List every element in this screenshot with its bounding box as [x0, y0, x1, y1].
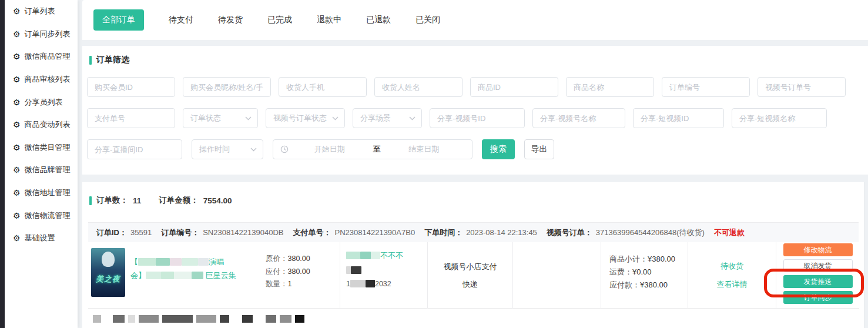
video-order-status-select[interactable]: 视频号订单状态 [266, 108, 345, 128]
freight-value: ¥0.00 [632, 267, 652, 276]
share-video-id-input[interactable] [430, 108, 525, 128]
tab-refunding[interactable]: 退款中 [317, 15, 341, 25]
order-stats: 订单数： 11 订单金额： 7554.00 [89, 195, 232, 206]
sidebar-item-wechat-address-mgmt[interactable]: ⚙微信地址管理 [5, 182, 78, 205]
order-sn-input[interactable] [662, 77, 750, 97]
share-short-id-input[interactable] [633, 108, 724, 128]
share-short-name-input[interactable] [732, 108, 827, 128]
payment-method: 视频号小店支付 [444, 262, 497, 272]
buyer-id-input[interactable] [87, 77, 175, 97]
filter-section-title: 订单筛选 [89, 55, 129, 65]
redacted-block [266, 315, 276, 323]
date-range-picker[interactable]: 开始日期 至 结束日期 [273, 139, 472, 159]
sidebar-item-wechat-category-mgmt[interactable]: ⚙微信类目管理 [5, 136, 78, 159]
receiver-name-input[interactable] [374, 77, 463, 97]
redacted-block [161, 272, 174, 279]
customer-extra [346, 266, 424, 275]
payable-price-label: 应付： [266, 267, 288, 276]
order-amount-label: 订单金额： [159, 195, 199, 206]
spacer [233, 315, 239, 323]
order-time-value: 2023-08-14 22:13:45 [466, 228, 537, 237]
status-cell: 待收货 查看详情 [688, 242, 776, 309]
chevron-down-icon [409, 116, 415, 121]
freight-label: 运费： [609, 267, 632, 276]
sidebar-item-label: 微信物流管理 [25, 210, 71, 221]
sidebar-item-basic-settings[interactable]: ⚙基础设置 [5, 227, 78, 250]
gear-icon: ⚙ [13, 234, 21, 242]
date-start-placeholder[interactable]: 开始日期 [289, 144, 371, 155]
select-placeholder: 分享场景 [360, 113, 391, 123]
redacted-block [346, 266, 351, 274]
sidebar: ⚙订单列表 ⚙订单同步列表 ⚙微信商品管理 ⚙商品审核列表 ⚙分享员列表 ⚙商品… [5, 0, 78, 328]
order-sn-value: SN23081422139040DB [203, 228, 283, 237]
gear-icon: ⚙ [13, 75, 21, 83]
chevron-down-icon [332, 116, 339, 121]
sidebar-item-label: 微信地址管理 [25, 188, 71, 198]
redacted-block [280, 315, 291, 323]
window-left-edge [0, 0, 5, 328]
tab-pending-shipment[interactable]: 待发货 [218, 15, 243, 25]
redacted-block [192, 272, 203, 279]
section-accent-bar [89, 56, 92, 65]
sidebar-item-wechat-product-mgmt[interactable]: ⚙微信商品管理 [5, 45, 78, 68]
sidebar-item-wechat-brand-mgmt[interactable]: ⚙微信品牌管理 [5, 159, 78, 182]
redacted-block [139, 315, 159, 323]
order-id-value: 35591 [130, 228, 152, 237]
redacted-row-strip [93, 314, 304, 323]
buyer-info-input[interactable] [183, 77, 271, 97]
sidebar-item-label: 订单列表 [25, 6, 55, 16]
poster-title-text: 美之夜 [91, 274, 125, 285]
tab-refunded[interactable]: 已退款 [366, 15, 391, 25]
product-id-input[interactable] [470, 77, 558, 97]
sidebar-item-sharer-list[interactable]: ⚙分享员列表 [5, 91, 78, 113]
product-thumbnail: 美之夜 [91, 248, 125, 297]
gear-icon: ⚙ [13, 121, 21, 129]
sidebar-item-label: 商品审核列表 [25, 74, 71, 85]
cancel-shipment-button[interactable]: 取消发货 [783, 259, 853, 272]
video-order-value: 3713639964544206848(待收货) [596, 227, 705, 238]
sidebar-item-order-sync-list[interactable]: ⚙订单同步列表 [5, 23, 78, 46]
view-detail-link[interactable]: 查看详情 [717, 279, 748, 290]
order-sync-button[interactable]: 订单同步 [783, 291, 853, 304]
product-title-link[interactable]: 【演唱 会】 巨星云集 [130, 255, 263, 282]
redacted-block [371, 252, 380, 259]
tab-completed[interactable]: 已完成 [267, 15, 292, 25]
redacted-block [170, 258, 182, 266]
operate-time-select[interactable]: 操作时间 [192, 139, 263, 159]
share-video-name-input[interactable] [532, 108, 625, 128]
customer-name: 不不不 [346, 250, 424, 261]
redacted-block [351, 266, 361, 274]
select-placeholder: 订单状态 [190, 113, 221, 123]
sidebar-item-order-list[interactable]: ⚙订单列表 [5, 0, 78, 23]
sidebar-item-product-change-list[interactable]: ⚙商品变动列表 [5, 113, 78, 136]
search-button[interactable]: 搜索 [482, 139, 515, 159]
date-end-placeholder[interactable]: 结束日期 [383, 144, 465, 155]
orders-card: 订单数： 11 订单金额： 7554.00 订单ID：35591 订单编号：SN… [82, 182, 864, 328]
export-button[interactable]: 导出 [524, 139, 554, 159]
filter-row-1 [87, 77, 846, 97]
phone-fragment: 1 [346, 280, 350, 288]
sidebar-item-product-review-list[interactable]: ⚙商品审核列表 [5, 68, 78, 91]
order-count-label: 订单数： [96, 195, 128, 206]
redacted-block [128, 315, 135, 323]
video-order-no-input[interactable] [758, 77, 846, 97]
receiver-phone-input[interactable] [279, 77, 367, 97]
share-scene-select[interactable]: 分享场景 [353, 108, 422, 128]
tab-closed[interactable]: 已关闭 [415, 15, 440, 25]
pay-no-input[interactable] [87, 108, 175, 128]
pay-no-label: 支付单号： [293, 227, 331, 238]
gear-icon: ⚙ [13, 30, 21, 38]
modify-logistics-button[interactable]: 修改物流 [783, 243, 853, 256]
product-title-line2: 会】 巨星云集 [130, 269, 263, 282]
share-live-id-input[interactable] [87, 139, 182, 159]
tab-all-orders[interactable]: 全部订单 [93, 9, 144, 31]
sidebar-item-wechat-logistics-mgmt[interactable]: ⚙微信物流管理 [5, 204, 78, 227]
order-status-select[interactable]: 订单状态 [183, 108, 258, 128]
tab-pending-payment[interactable]: 待支付 [169, 15, 193, 25]
section-accent-bar [89, 196, 92, 205]
order-status-text: 待收货 [720, 261, 743, 272]
product-name-input[interactable] [566, 77, 654, 97]
gear-icon: ⚙ [13, 7, 21, 15]
ship-push-button[interactable]: 发货推送 [783, 275, 853, 288]
amount-payable-label: 应付款： [609, 280, 640, 289]
